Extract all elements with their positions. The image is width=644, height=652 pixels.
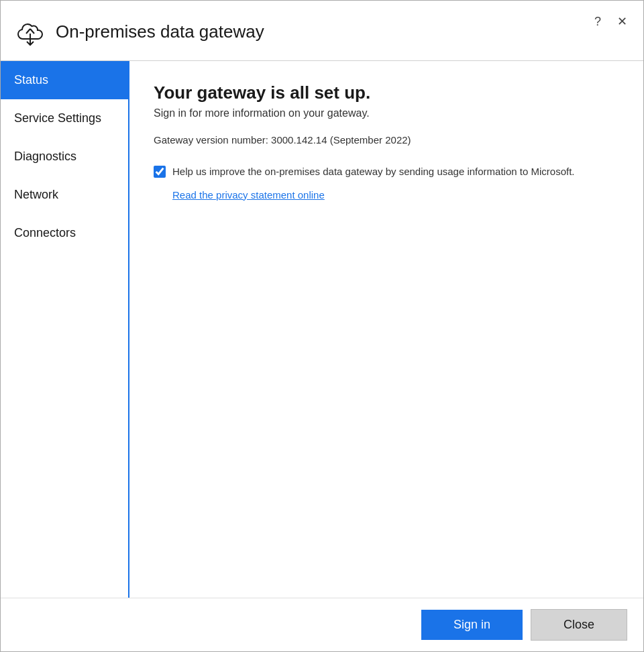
- footer: Sign in Close: [1, 598, 643, 651]
- close-button[interactable]: Close: [531, 609, 627, 641]
- main-area: Status Service Settings Diagnostics Netw…: [1, 61, 643, 598]
- privacy-link[interactable]: Read the privacy statement online: [172, 189, 619, 201]
- help-button[interactable]: ?: [589, 13, 606, 30]
- sidebar-item-connectors[interactable]: Connectors: [1, 214, 128, 252]
- sidebar-item-status[interactable]: Status: [1, 61, 128, 99]
- content-panel: Your gateway is all set up. Sign in for …: [129, 61, 643, 598]
- status-subtext: Sign in for more information on your gat…: [154, 107, 619, 119]
- sidebar: Status Service Settings Diagnostics Netw…: [1, 61, 129, 598]
- sign-in-button[interactable]: Sign in: [421, 610, 523, 640]
- app-window: On-premises data gateway ? ✕ Status Serv…: [0, 0, 644, 652]
- app-title: On-premises data gateway: [56, 21, 264, 42]
- svg-line-1: [26, 29, 30, 34]
- sidebar-item-network[interactable]: Network: [1, 176, 128, 214]
- svg-line-2: [30, 29, 34, 34]
- version-text: Gateway version number: 3000.142.14 (Sep…: [154, 134, 619, 146]
- sidebar-item-service-settings[interactable]: Service Settings: [1, 99, 128, 138]
- usage-checkbox-label: Help us improve the on-premises data gat…: [172, 164, 574, 180]
- status-heading: Your gateway is all set up.: [154, 83, 619, 103]
- cloud-gateway-icon: [14, 16, 46, 48]
- title-bar: On-premises data gateway ? ✕: [1, 1, 643, 61]
- sidebar-item-diagnostics[interactable]: Diagnostics: [1, 138, 128, 176]
- usage-checkbox-row: Help us improve the on-premises data gat…: [154, 164, 619, 180]
- title-bar-left: On-premises data gateway: [14, 16, 589, 48]
- usage-checkbox[interactable]: [154, 166, 166, 178]
- close-window-button[interactable]: ✕: [612, 13, 633, 30]
- title-bar-actions: ? ✕: [589, 11, 633, 30]
